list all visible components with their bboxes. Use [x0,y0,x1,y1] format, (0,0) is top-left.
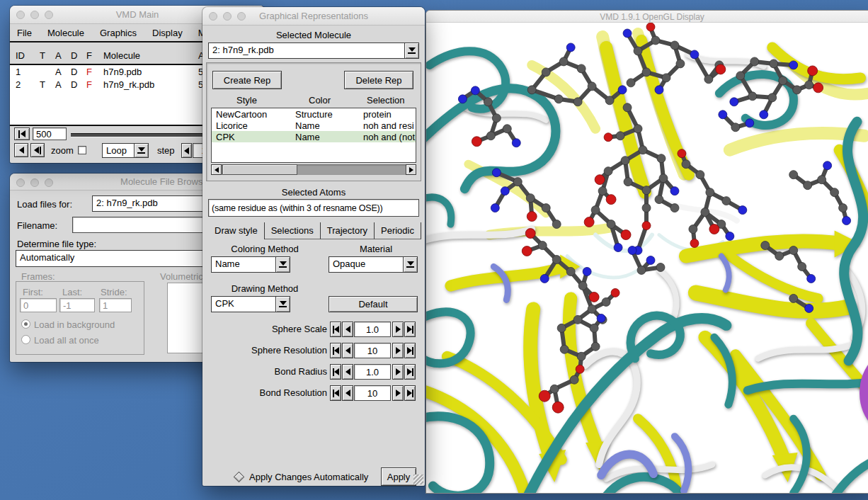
chevron-down-icon[interactable] [275,297,290,312]
step-label: step [157,145,175,156]
goto-start-button[interactable] [14,127,30,140]
menu-display[interactable]: Display [152,28,183,38]
spin-increment-icon[interactable] [392,322,404,337]
scroll-left-icon[interactable] [211,164,222,175]
frame-counter[interactable]: 500 [33,127,67,140]
last-input[interactable]: -1 [59,298,95,312]
selected-atoms-label: Selected Atoms [202,187,425,198]
drawing-method-label: Drawing Method [215,283,314,294]
spin-increment-icon[interactable] [392,343,404,358]
spin-decrement-icon[interactable] [342,322,353,337]
frames-legend: Frames: [21,271,55,282]
spin-fast-increment-icon[interactable] [404,322,416,337]
material-label: Material [337,244,415,254]
sphere-scale-spinner: Sphere Scale 1.0 [202,322,425,337]
selected-molecule-label: Selected Molecule [202,30,425,40]
spinner-value[interactable]: 1.0 [354,364,391,380]
load-background-label: Load in background [34,319,115,330]
chevron-down-icon[interactable] [134,144,148,157]
spinner-value[interactable]: 10 [354,343,391,358]
window-graphical-representations: Graphical Representations Selected Molec… [202,7,425,486]
rep-header-selection: Selection [367,95,404,106]
menu-graphics[interactable]: Graphics [100,28,137,38]
first-label: First: [23,287,43,297]
rep-list[interactable]: NewCartoon Structure protein Licorice Na… [211,108,416,163]
first-input[interactable]: 0 [20,298,57,312]
spinner-value[interactable]: 10 [354,385,391,401]
desktop: VMD 1.9.1 OpenGL Display [0,0,868,500]
play-reverse-button[interactable] [14,143,28,157]
rep-header-style: Style [236,95,257,106]
rep-horizontal-scrollbar[interactable] [211,164,416,175]
header-t: T [40,50,45,61]
bond-radius-spinner: Bond Radius 1.0 [202,364,425,380]
molecular-scene [426,23,868,493]
resize-grip[interactable] [413,475,423,484]
spin-decrement-icon[interactable] [342,364,353,380]
header-id: ID [16,50,25,61]
load-files-label: Load files for: [17,199,72,210]
bond-resolution-spinner: Bond Resolution 10 [202,385,425,401]
tab-selections[interactable]: Selections [265,222,321,239]
spin-fast-increment-icon[interactable] [404,343,416,358]
rep-row[interactable]: CPK Name noh and (not [212,131,416,142]
zoom-checkbox[interactable] [78,146,86,154]
spin-decrement-icon[interactable] [342,343,353,358]
create-rep-button[interactable]: Create Rep [212,71,282,89]
spin-fast-decrement-icon[interactable] [330,322,341,337]
spin-increment-icon[interactable] [392,385,404,401]
coloring-method-select[interactable]: Name [211,256,290,273]
opengl-titlebar[interactable]: VMD 1.9.1 OpenGL Display [426,11,868,23]
header-f: F [86,50,92,61]
zoom-label: zoom [51,145,74,156]
spin-fast-decrement-icon[interactable] [330,364,341,380]
molecular-viewport[interactable] [426,23,868,493]
selected-atoms-input[interactable]: (same residue as (within 3 of resname OS… [208,199,419,217]
last-label: Last: [62,287,82,297]
material-select[interactable]: Opaque [329,256,418,273]
chevron-down-icon[interactable] [403,257,417,272]
tab-draw-style[interactable]: Draw style [208,222,265,239]
menu-molecule[interactable]: Molecule [47,28,84,38]
loop-select[interactable]: Loop [102,143,149,158]
scroll-right-icon[interactable] [406,164,416,175]
header-a: A [55,50,62,61]
apply-auto-label: Apply Changes Automatically [249,472,368,482]
tab-trajectory[interactable]: Trajectory [321,222,375,239]
file-type-label: Determine file type: [17,239,96,249]
load-all-radio[interactable] [21,335,30,344]
chevron-down-icon[interactable] [404,43,418,58]
step-back-button[interactable] [30,143,45,157]
spin-decrement-icon[interactable] [342,385,353,401]
window-opengl-display: VMD 1.9.1 OpenGL Display [426,10,868,494]
spinner-value[interactable]: 1.0 [354,322,391,337]
filename-label: Filename: [17,220,57,231]
chevron-down-icon[interactable] [275,257,290,272]
rep-row[interactable]: Licorice Name noh and resi [212,120,416,131]
default-button[interactable]: Default [329,296,418,312]
load-all-label: Load all at once [34,335,99,346]
load-background-radio[interactable] [21,319,30,329]
spin-fast-decrement-icon[interactable] [330,385,341,401]
drawing-method-select[interactable]: CPK [211,296,290,312]
gr-window-title: Graphical Representations [202,11,425,21]
selected-molecule-select[interactable]: 2: h7n9_rk.pdb [208,42,419,59]
tab-periodic[interactable]: Periodic [375,222,421,239]
menu-file[interactable]: File [17,28,32,38]
stride-input[interactable]: 1 [99,298,132,312]
tab-bar: Draw style Selections Trajectory Periodi… [208,222,421,239]
apply-button[interactable]: Apply [381,467,416,486]
spin-fast-increment-icon[interactable] [404,364,416,380]
header-d: D [71,50,77,61]
step-decrement-button[interactable] [181,143,192,158]
gr-titlebar[interactable]: Graphical Representations [202,7,425,25]
rep-row[interactable]: NewCartoon Structure protein [212,108,416,120]
apply-auto-checkbox[interactable] [234,472,245,483]
spin-increment-icon[interactable] [392,364,404,380]
scrollbar-thumb[interactable] [222,164,297,175]
delete-rep-button[interactable]: Delete Rep [344,71,413,89]
spin-fast-increment-icon[interactable] [404,385,416,401]
spin-fast-decrement-icon[interactable] [330,343,341,358]
coloring-method-label: Coloring Method [215,244,314,254]
header-molecule: Molecule [103,50,140,61]
